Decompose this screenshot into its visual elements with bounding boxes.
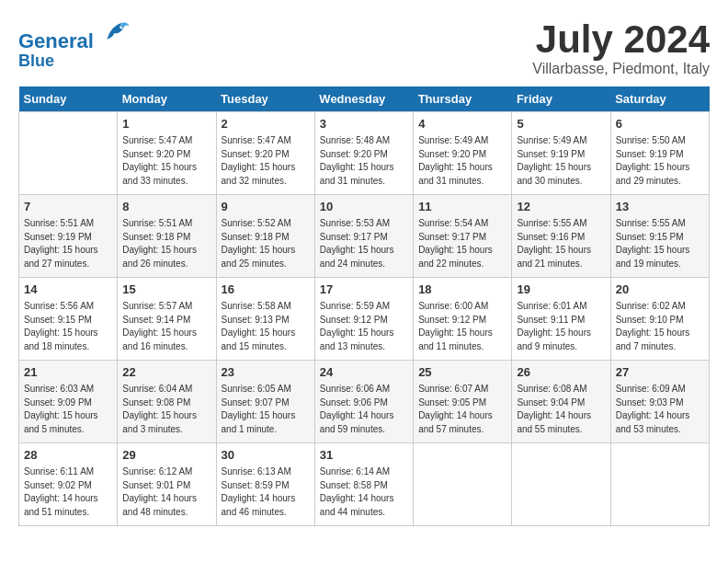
page-header: General Blue July 2024 Villarbasse, Pied… — [18, 18, 710, 77]
weekday-tuesday: Tuesday — [216, 86, 314, 112]
calendar-cell: 23Sunrise: 6:05 AM Sunset: 9:07 PM Dayli… — [216, 361, 314, 443]
logo-general: General — [18, 29, 94, 52]
day-number: 20 — [616, 282, 704, 298]
day-number: 29 — [122, 447, 210, 464]
day-number: 4 — [418, 116, 506, 132]
calendar-cell — [610, 443, 709, 526]
calendar-cell: 3Sunrise: 5:48 AM Sunset: 9:20 PM Daylig… — [314, 112, 413, 195]
weekday-header-row: SundayMondayTuesdayWednesdayThursdayFrid… — [19, 86, 710, 112]
weekday-friday: Friday — [512, 86, 610, 112]
day-number: 14 — [24, 282, 112, 298]
calendar-cell: 21Sunrise: 6:03 AM Sunset: 9:09 PM Dayli… — [19, 361, 118, 443]
day-number: 18 — [418, 282, 506, 298]
day-info: Sunrise: 6:00 AM Sunset: 9:12 PM Dayligh… — [418, 300, 506, 353]
day-number: 16 — [222, 282, 310, 298]
day-number: 2 — [222, 116, 310, 132]
calendar-cell: 1Sunrise: 5:47 AM Sunset: 9:20 PM Daylig… — [118, 112, 216, 195]
day-number: 26 — [517, 364, 605, 381]
day-info: Sunrise: 6:07 AM Sunset: 9:05 PM Dayligh… — [418, 383, 506, 436]
day-info: Sunrise: 5:59 AM Sunset: 9:12 PM Dayligh… — [320, 300, 408, 353]
calendar-cell — [414, 443, 512, 526]
day-info: Sunrise: 6:09 AM Sunset: 9:03 PM Dayligh… — [616, 383, 704, 436]
day-info: Sunrise: 6:03 AM Sunset: 9:09 PM Dayligh… — [24, 383, 112, 436]
calendar-cell: 15Sunrise: 5:57 AM Sunset: 9:14 PM Dayli… — [118, 278, 216, 361]
calendar-cell: 6Sunrise: 5:50 AM Sunset: 9:19 PM Daylig… — [610, 112, 709, 195]
month-title: July 2024 — [532, 18, 710, 61]
day-info: Sunrise: 6:12 AM Sunset: 9:01 PM Dayligh… — [122, 465, 210, 519]
calendar-cell: 7Sunrise: 5:51 AM Sunset: 9:19 PM Daylig… — [19, 195, 118, 278]
day-info: Sunrise: 5:49 AM Sunset: 9:20 PM Dayligh… — [418, 134, 506, 188]
logo: General Blue — [18, 18, 131, 71]
day-info: Sunrise: 6:06 AM Sunset: 9:06 PM Dayligh… — [320, 383, 408, 436]
day-info: Sunrise: 5:55 AM Sunset: 9:15 PM Dayligh… — [616, 217, 704, 270]
weekday-sunday: Sunday — [19, 86, 118, 112]
day-info: Sunrise: 5:57 AM Sunset: 9:14 PM Dayligh… — [122, 300, 210, 353]
week-row-3: 14Sunrise: 5:56 AM Sunset: 9:15 PM Dayli… — [19, 278, 710, 361]
logo-bird-icon — [101, 18, 131, 48]
calendar-cell — [512, 443, 610, 526]
weekday-wednesday: Wednesday — [314, 86, 413, 112]
day-number: 22 — [122, 364, 210, 381]
calendar-cell: 16Sunrise: 5:58 AM Sunset: 9:13 PM Dayli… — [216, 278, 314, 361]
day-number: 6 — [616, 116, 704, 132]
calendar-cell: 26Sunrise: 6:08 AM Sunset: 9:04 PM Dayli… — [512, 361, 610, 443]
week-row-4: 21Sunrise: 6:03 AM Sunset: 9:09 PM Dayli… — [19, 361, 710, 443]
week-row-5: 28Sunrise: 6:11 AM Sunset: 9:02 PM Dayli… — [19, 443, 710, 526]
location-subtitle: Villarbasse, Piedmont, Italy — [532, 61, 710, 77]
calendar-cell: 30Sunrise: 6:13 AM Sunset: 8:59 PM Dayli… — [216, 443, 314, 526]
day-number: 19 — [517, 282, 605, 298]
logo-blue: Blue — [18, 52, 131, 71]
day-number: 7 — [24, 199, 112, 215]
logo-text: General — [18, 18, 131, 52]
calendar-cell: 20Sunrise: 6:02 AM Sunset: 9:10 PM Dayli… — [610, 278, 709, 361]
calendar-cell: 9Sunrise: 5:52 AM Sunset: 9:18 PM Daylig… — [216, 195, 314, 278]
day-number: 17 — [320, 282, 408, 298]
day-number: 3 — [320, 116, 408, 132]
day-info: Sunrise: 6:02 AM Sunset: 9:10 PM Dayligh… — [616, 300, 704, 353]
day-info: Sunrise: 5:47 AM Sunset: 9:20 PM Dayligh… — [122, 134, 210, 188]
calendar-header: SundayMondayTuesdayWednesdayThursdayFrid… — [19, 86, 710, 112]
calendar-cell: 31Sunrise: 6:14 AM Sunset: 8:58 PM Dayli… — [314, 443, 413, 526]
day-info: Sunrise: 6:14 AM Sunset: 8:58 PM Dayligh… — [320, 465, 408, 519]
calendar-cell: 14Sunrise: 5:56 AM Sunset: 9:15 PM Dayli… — [19, 278, 118, 361]
day-info: Sunrise: 6:08 AM Sunset: 9:04 PM Dayligh… — [517, 383, 605, 436]
day-info: Sunrise: 5:55 AM Sunset: 9:16 PM Dayligh… — [517, 217, 605, 270]
calendar-cell: 12Sunrise: 5:55 AM Sunset: 9:16 PM Dayli… — [512, 195, 610, 278]
day-number: 28 — [24, 447, 112, 464]
calendar-cell: 8Sunrise: 5:51 AM Sunset: 9:18 PM Daylig… — [118, 195, 216, 278]
day-number: 31 — [320, 447, 408, 464]
calendar-cell: 19Sunrise: 6:01 AM Sunset: 9:11 PM Dayli… — [512, 278, 610, 361]
day-number: 24 — [320, 364, 408, 381]
calendar-cell: 22Sunrise: 6:04 AM Sunset: 9:08 PM Dayli… — [118, 361, 216, 443]
week-row-1: 1Sunrise: 5:47 AM Sunset: 9:20 PM Daylig… — [19, 112, 710, 195]
day-info: Sunrise: 5:48 AM Sunset: 9:20 PM Dayligh… — [320, 134, 408, 188]
day-info: Sunrise: 5:56 AM Sunset: 9:15 PM Dayligh… — [24, 300, 112, 353]
calendar-cell: 11Sunrise: 5:54 AM Sunset: 9:17 PM Dayli… — [414, 195, 512, 278]
day-info: Sunrise: 5:47 AM Sunset: 9:20 PM Dayligh… — [222, 134, 310, 188]
day-info: Sunrise: 5:49 AM Sunset: 9:19 PM Dayligh… — [517, 134, 605, 188]
week-row-2: 7Sunrise: 5:51 AM Sunset: 9:19 PM Daylig… — [19, 195, 710, 278]
weekday-saturday: Saturday — [610, 86, 709, 112]
day-number: 5 — [517, 116, 605, 132]
day-info: Sunrise: 5:51 AM Sunset: 9:19 PM Dayligh… — [24, 217, 112, 270]
day-number: 23 — [222, 364, 310, 381]
calendar-cell: 27Sunrise: 6:09 AM Sunset: 9:03 PM Dayli… — [610, 361, 709, 443]
weekday-monday: Monday — [118, 86, 216, 112]
day-info: Sunrise: 5:51 AM Sunset: 9:18 PM Dayligh… — [122, 217, 210, 270]
day-number: 25 — [418, 364, 506, 381]
calendar-cell: 18Sunrise: 6:00 AM Sunset: 9:12 PM Dayli… — [414, 278, 512, 361]
day-info: Sunrise: 5:54 AM Sunset: 9:17 PM Dayligh… — [418, 217, 506, 270]
day-info: Sunrise: 6:13 AM Sunset: 8:59 PM Dayligh… — [222, 465, 310, 519]
day-number: 8 — [122, 199, 210, 215]
day-info: Sunrise: 6:05 AM Sunset: 9:07 PM Dayligh… — [222, 383, 310, 436]
day-number: 13 — [616, 199, 704, 215]
day-number: 10 — [320, 199, 408, 215]
day-number: 15 — [122, 282, 210, 298]
calendar-body: 1Sunrise: 5:47 AM Sunset: 9:20 PM Daylig… — [19, 112, 710, 526]
day-info: Sunrise: 5:58 AM Sunset: 9:13 PM Dayligh… — [222, 300, 310, 353]
calendar-cell: 24Sunrise: 6:06 AM Sunset: 9:06 PM Dayli… — [314, 361, 413, 443]
day-number: 30 — [222, 447, 310, 464]
day-info: Sunrise: 5:50 AM Sunset: 9:19 PM Dayligh… — [616, 134, 704, 188]
calendar-cell: 13Sunrise: 5:55 AM Sunset: 9:15 PM Dayli… — [610, 195, 709, 278]
day-number: 27 — [616, 364, 704, 381]
